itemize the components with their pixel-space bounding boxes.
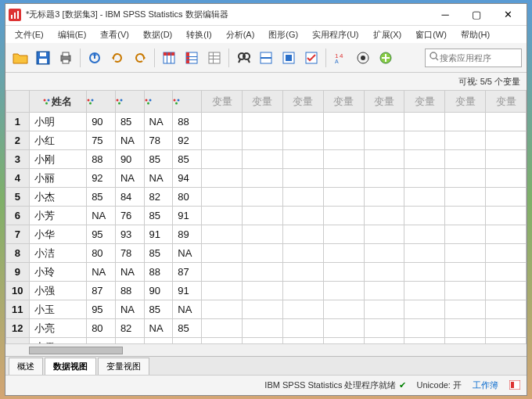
- cell-empty[interactable]: [323, 300, 364, 319]
- cell-empty[interactable]: [323, 113, 364, 131]
- cell-empty[interactable]: [323, 150, 364, 169]
- tab-variable-view[interactable]: 变量视图: [98, 358, 149, 375]
- cell-empty[interactable]: [282, 338, 323, 344]
- cell-empty[interactable]: [323, 319, 364, 338]
- col-header-name[interactable]: 姓名: [29, 91, 86, 113]
- cell-empty[interactable]: [242, 188, 282, 207]
- cell-empty[interactable]: [486, 282, 527, 300]
- cell-value[interactable]: 78: [115, 244, 144, 263]
- menu-file[interactable]: 文件(E): [9, 27, 50, 42]
- cell-empty[interactable]: [445, 150, 486, 169]
- cell-value[interactable]: 88: [87, 150, 116, 169]
- cell-empty[interactable]: [486, 338, 527, 344]
- cell-name[interactable]: 小洁: [29, 244, 86, 263]
- cell-name[interactable]: 小玲: [29, 263, 86, 282]
- cell-empty[interactable]: [486, 300, 527, 319]
- cell-empty[interactable]: [404, 207, 445, 225]
- cell-value[interactable]: 91: [173, 207, 202, 225]
- cell-value[interactable]: NA: [87, 207, 116, 225]
- cell-empty[interactable]: [445, 244, 486, 263]
- cell-value[interactable]: 91: [173, 282, 202, 300]
- cell-empty[interactable]: [282, 282, 323, 300]
- menu-data[interactable]: 数据(D): [137, 27, 178, 42]
- col-header-v2[interactable]: [115, 91, 144, 113]
- cell-empty[interactable]: [364, 225, 404, 244]
- close-button[interactable]: ✕: [492, 5, 523, 24]
- cell-value[interactable]: NA: [173, 244, 202, 263]
- cell-empty[interactable]: [202, 282, 243, 300]
- cell-empty[interactable]: [202, 150, 243, 169]
- print-icon[interactable]: [56, 48, 76, 68]
- col-header-empty[interactable]: 变量: [282, 91, 323, 113]
- row-number[interactable]: 12: [6, 319, 30, 338]
- redo-icon[interactable]: [130, 48, 150, 68]
- cell-name[interactable]: 小芳: [29, 207, 86, 225]
- col-header-v3[interactable]: [144, 91, 173, 113]
- cell-value[interactable]: NA: [87, 263, 116, 282]
- cell-empty[interactable]: [445, 300, 486, 319]
- cell-empty[interactable]: [445, 225, 486, 244]
- menu-utilities[interactable]: 实用程序(U): [306, 27, 365, 42]
- cell-empty[interactable]: [404, 244, 445, 263]
- cell-empty[interactable]: [242, 338, 282, 344]
- cell-empty[interactable]: [242, 244, 282, 263]
- cell-empty[interactable]: [404, 338, 445, 344]
- cell-empty[interactable]: [282, 225, 323, 244]
- cell-empty[interactable]: [323, 207, 364, 225]
- row-number[interactable]: 13: [6, 338, 30, 344]
- cell-empty[interactable]: [323, 169, 364, 188]
- variables-icon[interactable]: [204, 48, 225, 68]
- cell-empty[interactable]: [445, 188, 486, 207]
- cell-empty[interactable]: [242, 319, 282, 338]
- cell-empty[interactable]: [242, 150, 282, 169]
- cell-empty[interactable]: [364, 300, 404, 319]
- cell-empty[interactable]: [202, 188, 243, 207]
- cell-empty[interactable]: [445, 131, 486, 150]
- goto-var-icon[interactable]: [182, 48, 202, 68]
- undo-icon[interactable]: [107, 48, 128, 68]
- cell-empty[interactable]: [445, 113, 486, 131]
- cell-value[interactable]: 80: [173, 188, 202, 207]
- open-icon[interactable]: [10, 48, 31, 68]
- cell-value[interactable]: 90: [144, 282, 173, 300]
- menu-help[interactable]: 帮助(H): [455, 27, 496, 42]
- cell-value[interactable]: 91: [144, 225, 173, 244]
- row-number[interactable]: 1: [6, 113, 30, 131]
- cell-empty[interactable]: [486, 169, 527, 188]
- search-box[interactable]: [425, 49, 522, 67]
- cell-empty[interactable]: [282, 263, 323, 282]
- col-header-v1[interactable]: [87, 91, 116, 113]
- cell-empty[interactable]: [486, 113, 527, 131]
- cell-name[interactable]: 小华: [29, 225, 86, 244]
- cell-value[interactable]: 76: [115, 207, 144, 225]
- cell-empty[interactable]: [202, 131, 243, 150]
- cell-value[interactable]: 95: [87, 225, 116, 244]
- cell-value[interactable]: 88: [115, 282, 144, 300]
- cell-empty[interactable]: [404, 300, 445, 319]
- cell-value[interactable]: 87: [173, 263, 202, 282]
- cell-name[interactable]: 小红: [29, 131, 86, 150]
- row-number[interactable]: 11: [6, 300, 30, 319]
- cell-empty[interactable]: [486, 319, 527, 338]
- row-number[interactable]: 7: [6, 225, 30, 244]
- cell-value[interactable]: 85: [144, 150, 173, 169]
- maximize-button[interactable]: ▢: [461, 5, 492, 24]
- cell-empty[interactable]: [282, 169, 323, 188]
- cell-empty[interactable]: [364, 338, 404, 344]
- cell-name[interactable]: 小明: [29, 113, 86, 131]
- status-workbook-link[interactable]: 工作簿: [473, 379, 498, 391]
- cell-value[interactable]: NA: [173, 338, 202, 344]
- cell-empty[interactable]: [364, 282, 404, 300]
- cell-empty[interactable]: [202, 113, 243, 131]
- cell-empty[interactable]: [282, 319, 323, 338]
- cell-value[interactable]: NA: [115, 263, 144, 282]
- cell-empty[interactable]: [486, 225, 527, 244]
- row-number[interactable]: 2: [6, 131, 30, 150]
- cell-value[interactable]: NA: [115, 169, 144, 188]
- cell-empty[interactable]: [202, 263, 243, 282]
- cell-empty[interactable]: [445, 338, 486, 344]
- cell-value[interactable]: 94: [173, 169, 202, 188]
- value-labels-icon[interactable]: 14A: [330, 48, 350, 68]
- tab-data-view[interactable]: 数据视图: [45, 358, 96, 375]
- menu-analyze[interactable]: 分析(A): [220, 27, 261, 42]
